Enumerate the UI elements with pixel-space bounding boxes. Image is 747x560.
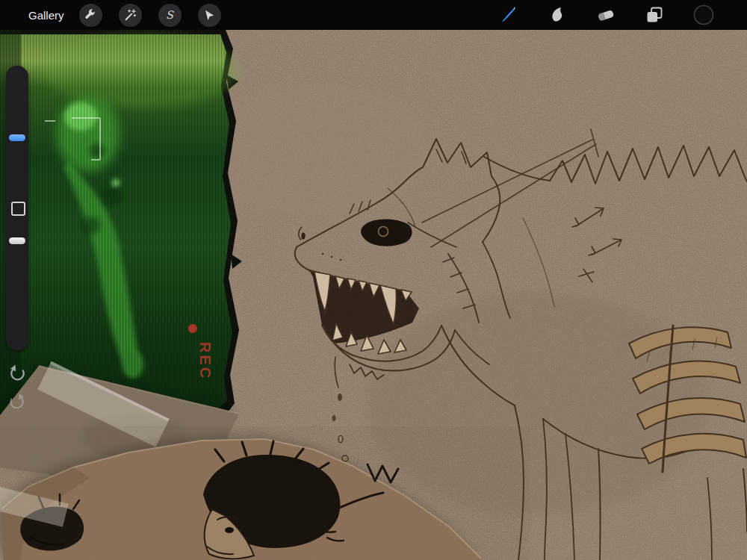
selection-glyph: S — [166, 9, 174, 21]
layers-icon — [645, 5, 664, 25]
selection-s-icon: S — [163, 8, 176, 22]
smudge-tool-button[interactable] — [548, 5, 567, 25]
color-circle-icon — [693, 4, 714, 25]
redo-button[interactable] — [7, 392, 27, 414]
top-toolbar: Gallery S — [0, 0, 747, 30]
paint-tool-button[interactable] — [499, 5, 518, 25]
rec-label: REC — [197, 342, 214, 380]
eraser-icon — [596, 5, 616, 25]
undo-button[interactable] — [7, 364, 27, 386]
gallery-button[interactable]: Gallery — [28, 9, 64, 22]
wrench-icon — [84, 8, 97, 22]
color-button[interactable] — [693, 4, 714, 25]
smudge-icon — [548, 5, 567, 25]
canvas-artwork[interactable]: REC — [0, 30, 747, 560]
undo-arrow-icon — [7, 364, 27, 383]
brush-size-slider-handle[interactable] — [9, 134, 25, 141]
adjustments-button[interactable] — [119, 4, 142, 27]
brush-sidebar[interactable] — [6, 66, 28, 351]
rec-dot — [188, 324, 197, 333]
actions-button[interactable] — [79, 4, 102, 27]
left-tool-group: S — [79, 4, 221, 27]
selection-button[interactable]: S — [158, 4, 182, 27]
modify-button[interactable] — [11, 202, 25, 216]
magic-wand-icon — [123, 8, 137, 22]
erase-tool-button[interactable] — [596, 5, 616, 25]
move-arrow-icon — [202, 8, 216, 22]
layers-button[interactable] — [645, 5, 664, 25]
right-tool-group — [499, 4, 714, 25]
procreate-window: REC — [0, 0, 747, 560]
transform-button[interactable] — [198, 4, 221, 27]
opacity-slider-handle[interactable] — [9, 237, 25, 244]
redo-arrow-icon — [7, 392, 27, 411]
brush-icon — [499, 5, 518, 25]
canvas-area[interactable]: REC — [0, 30, 747, 560]
